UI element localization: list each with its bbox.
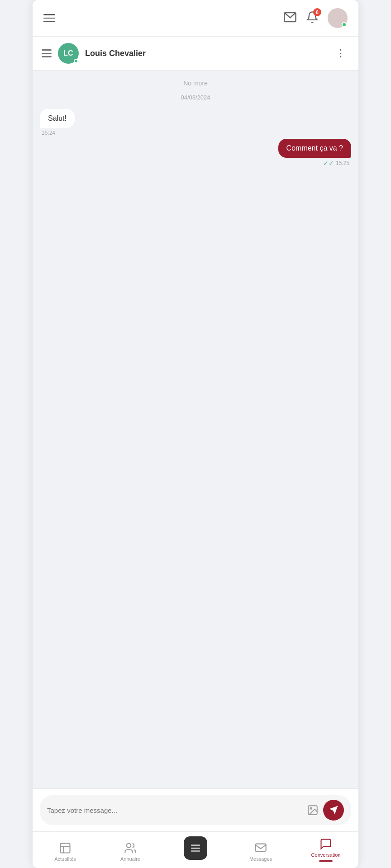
nav-label-conversation: Conversation (311, 852, 341, 858)
chat-subheader: LC Louis Chevalier ⋮ (33, 37, 358, 71)
message-time-2: ✓✓ 15:25 (323, 160, 349, 167)
notification-badge: 8 (313, 8, 321, 16)
mail-button[interactable] (283, 10, 297, 26)
svg-rect-5 (61, 844, 70, 853)
nav-item-annuaire[interactable]: Annuaire (98, 842, 163, 862)
message-bubble-incoming: Salut! (40, 109, 75, 128)
contact-name: Louis Chevalier (85, 49, 146, 58)
contact-avatar: LC (58, 43, 79, 64)
input-row (40, 795, 351, 825)
conversation-icon (319, 838, 332, 850)
center-menu-icon (190, 842, 201, 854)
bottom-nav: Actualités Annuaire (33, 831, 358, 868)
message-wrapper-outgoing: Comment ça va ? ✓✓ 15:25 (278, 139, 351, 167)
image-icon (307, 804, 319, 816)
date-separator: 04/03/2024 (40, 94, 351, 101)
news-icon (59, 842, 72, 854)
notification-button[interactable]: 8 (306, 11, 319, 25)
messages-icon (254, 842, 267, 854)
hamburger-menu-button[interactable] (43, 14, 55, 22)
user-avatar-button[interactable] (328, 8, 348, 28)
message-row: Salut! 15:24 (40, 109, 351, 136)
send-button[interactable] (323, 800, 344, 821)
double-check-icon: ✓✓ (323, 160, 334, 167)
nav-item-center[interactable] (163, 836, 228, 862)
center-menu-button[interactable] (184, 836, 207, 860)
input-area (33, 788, 358, 831)
people-icon (124, 842, 137, 854)
avatar-online-indicator (342, 22, 347, 27)
message-wrapper-incoming: Salut! 15:24 (40, 109, 75, 136)
message-text-1: Salut! (48, 114, 67, 122)
svg-point-2 (310, 808, 312, 809)
contact-online-indicator (74, 59, 78, 63)
contact-initials: LC (63, 49, 73, 57)
send-icon (329, 805, 339, 815)
nav-item-conversation[interactable]: Conversation (293, 838, 358, 862)
nav-label-actualites: Actualités (54, 856, 76, 862)
chat-menu-button[interactable] (42, 49, 52, 57)
message-bubble-outgoing: Comment ça va ? (278, 139, 351, 158)
nav-item-messages[interactable]: Messages (228, 842, 293, 862)
message-row-outgoing: Comment ça va ? ✓✓ 15:25 (40, 139, 351, 167)
message-time-1: 15:24 (42, 130, 55, 136)
chat-area: No more 04/03/2024 Salut! 15:24 Comment … (33, 71, 358, 788)
svg-marker-4 (329, 806, 338, 814)
header-right-actions: 8 (283, 8, 348, 28)
message-input[interactable] (47, 807, 302, 814)
image-attach-button[interactable] (307, 804, 319, 816)
no-more-label: No more (40, 80, 351, 87)
active-nav-indicator (319, 860, 333, 862)
mail-icon (283, 10, 297, 24)
app-container: 8 LC Louis Chevalier ⋮ No more 04/03 (33, 0, 358, 868)
nav-label-annuaire: Annuaire (120, 856, 140, 862)
more-options-button[interactable]: ⋮ (332, 46, 349, 61)
chat-subheader-left: LC Louis Chevalier (42, 43, 146, 64)
top-header: 8 (33, 0, 358, 37)
message-text-2: Comment ça va ? (286, 144, 343, 152)
svg-point-8 (127, 844, 131, 848)
nav-label-messages: Messages (249, 856, 272, 862)
nav-item-actualites[interactable]: Actualités (33, 842, 98, 862)
